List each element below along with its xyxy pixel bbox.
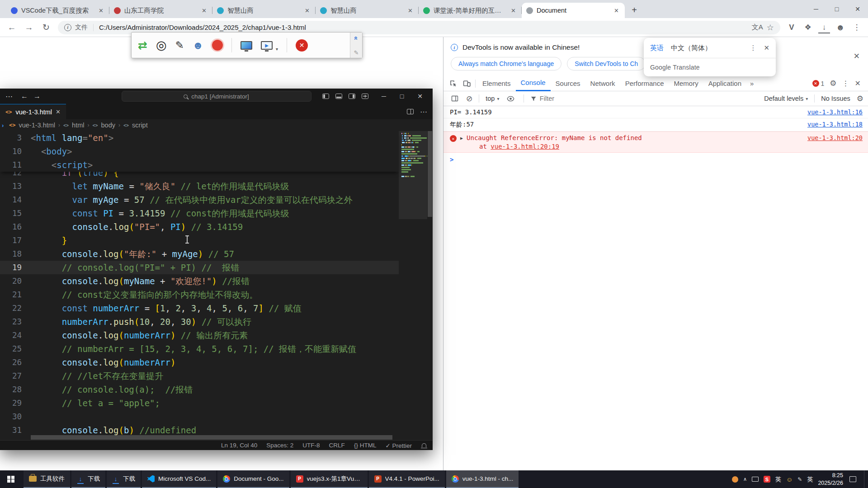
tab-close-icon[interactable]: ✕ — [613, 7, 620, 14]
infobar-close-icon[interactable]: ✕ — [854, 52, 860, 61]
display-icon[interactable] — [752, 477, 759, 482]
chevron-down-icon[interactable]: ▾ — [276, 47, 278, 52]
encoding[interactable]: UTF-8 — [302, 442, 320, 449]
code-line[interactable]: 24 console.log(numberArr) // 输出所有元素 — [0, 328, 399, 342]
show-desktop-button[interactable] — [864, 470, 866, 488]
devtools-settings-icon[interactable]: ⚙ — [830, 79, 836, 88]
live-expression-eye-icon[interactable] — [504, 95, 517, 103]
language-mode[interactable]: {} HTML — [354, 442, 377, 449]
start-button[interactable] — [0, 470, 22, 488]
close-button[interactable]: ✕ — [847, 0, 868, 18]
collapse-icon[interactable]: « — [353, 36, 360, 40]
filter-input[interactable] — [540, 95, 760, 102]
profile-avatar-icon[interactable]: ☻ — [834, 23, 847, 33]
browser-tab[interactable]: Document✕ — [522, 3, 625, 18]
stop-close-button[interactable]: ✕ — [296, 39, 308, 52]
devtools-tab-network[interactable]: Network — [585, 76, 620, 91]
breadcrumb-item[interactable]: vue-1-3.html — [19, 122, 55, 129]
code-line[interactable]: 10 <body> — [0, 145, 399, 158]
source-link[interactable]: vue-1-3.html:16 — [807, 108, 863, 116]
context-selector[interactable]: top ▾ — [486, 95, 499, 102]
maximize-button[interactable]: □ — [826, 0, 847, 18]
devtools-menu-icon[interactable]: ⋮ — [842, 79, 849, 88]
log-levels-selector[interactable]: Default levels ▾ — [764, 95, 808, 102]
translate-options-icon[interactable]: ⋮ — [750, 44, 756, 52]
sogou-input-icon[interactable]: S — [764, 476, 770, 483]
browser-tab[interactable]: VSCode下载_百度搜索✕ — [6, 3, 109, 18]
code-line[interactable]: 16 console.log("PI=", PI) // 3.14159 — [0, 220, 399, 234]
tab-close-icon[interactable]: ✕ — [303, 7, 311, 14]
tray-app-icon[interactable] — [732, 476, 738, 483]
breadcrumb-item[interactable]: script — [132, 122, 148, 129]
code-line[interactable]: 14 var myAge = 57 // 在代码块中使用var定义的变量可以在代… — [0, 193, 399, 206]
source-link[interactable]: vue-1-3.html:18 — [807, 121, 863, 128]
breadcrumb-item[interactable]: html — [72, 122, 84, 129]
indentation[interactable]: Spaces: 2 — [266, 442, 293, 449]
code-editor[interactable]: 12 if (true) {13 let myName = "储久良" // l… — [0, 131, 433, 440]
downloads-icon[interactable]: ↓ — [817, 23, 831, 32]
action-center-icon[interactable] — [849, 476, 856, 482]
taskbar-item[interactable]: ↓下载 — [107, 470, 141, 488]
code-line[interactable]: 23 numberArr.push(10, 20, 30) // 可以执行 — [0, 315, 399, 328]
code-line[interactable]: 20 console.log(myName + "欢迎您!") //报错 — [0, 274, 399, 288]
code-line[interactable]: 3<html lang="en"> — [0, 131, 399, 145]
devtools-tab-application[interactable]: Application — [703, 76, 746, 91]
editor-actions-icon[interactable]: ⋯ — [420, 108, 427, 116]
tab-close-icon[interactable]: ✕ — [97, 7, 105, 14]
reload-icon[interactable]: ↻ — [39, 20, 53, 35]
customize-layout-icon[interactable] — [362, 94, 368, 99]
extensions-icon[interactable]: ❖ — [801, 23, 815, 32]
console-sidebar-icon[interactable] — [448, 95, 462, 102]
code-line[interactable]: 27 // //let不存在变量提升 — [0, 369, 399, 383]
bookmark-star-icon[interactable]: ☆ — [767, 23, 774, 33]
browser-tab[interactable]: 智慧山商✕ — [316, 3, 419, 18]
swap-arrows-icon[interactable]: ⇄ — [138, 40, 147, 51]
taskbar-item[interactable]: vue-1-3.html - ch... — [446, 470, 519, 488]
breadcrumb-item[interactable]: body — [101, 122, 115, 129]
switch-language-button[interactable]: Switch DevTools to Ch — [567, 57, 646, 70]
console-log-row[interactable]: PI= 3.14159vue-1-3.html:16 — [443, 106, 868, 118]
code-line[interactable]: 15 const PI = 3.14159 // const的作用域是代码块级 — [0, 206, 399, 220]
devtools-tab-console[interactable]: Console — [516, 76, 551, 91]
extension-v-icon[interactable]: V — [785, 23, 798, 32]
target-language-tab[interactable]: 中文（简体） — [671, 44, 712, 52]
browser-tab[interactable]: 智慧山商✕ — [212, 3, 316, 18]
vertical-scrollbar[interactable] — [427, 131, 433, 440]
devtools-tab-elements[interactable]: Elements — [477, 76, 516, 91]
console-error-row[interactable]: ✕▶Uncaught ReferenceError: myName is not… — [443, 131, 868, 153]
notification-bell-icon[interactable] — [422, 443, 426, 447]
vscode-minimize-button[interactable]: ─ — [375, 89, 393, 104]
taskbar-item[interactable]: 工具软件 — [24, 470, 70, 488]
console-filter[interactable] — [530, 95, 760, 102]
toggle-panel-icon[interactable] — [335, 94, 342, 99]
editor-tab[interactable]: <> vue-1-3.html ✕ — [0, 104, 66, 119]
code-line[interactable]: 22 const numberArr = [1, 2, 3, 4, 5, 6, … — [0, 301, 399, 315]
console-log-row[interactable]: 年龄:57vue-1-3.html:18 — [443, 118, 868, 131]
code-line[interactable]: 30 — [0, 410, 399, 423]
code-line[interactable]: 21 // const定义变量指向的那个内存地址不得改动。 — [0, 288, 399, 301]
toggle-secondary-sidebar-icon[interactable] — [349, 94, 355, 99]
devtools-tab-sources[interactable]: Sources — [551, 76, 585, 91]
screen-capture-icon[interactable] — [241, 41, 252, 50]
browser-tab[interactable]: 山东工商学院✕ — [109, 3, 212, 18]
code-line[interactable]: 26 console.log(numberArr) — [0, 356, 399, 369]
expand-triangle-icon[interactable]: ▶ — [460, 136, 463, 141]
ime-mode-label[interactable]: 英 — [775, 475, 781, 483]
tab-close-icon[interactable]: ✕ — [56, 108, 61, 115]
minimize-button[interactable]: ─ — [806, 0, 826, 18]
devtools-tab-memory[interactable]: Memory — [669, 76, 703, 91]
taskbar-item[interactable]: Pvuejs3.x-第1章Vue... — [291, 470, 368, 488]
vscode-maximize-button[interactable]: □ — [393, 89, 411, 104]
site-info-icon[interactable]: i — [64, 24, 71, 31]
taskbar-item[interactable]: Microsoft VS Cod... — [142, 470, 216, 488]
record-button[interactable] — [212, 40, 223, 51]
cursor-position[interactable]: Ln 19, Col 40 — [221, 442, 257, 449]
clear-console-icon[interactable]: ⊘ — [466, 94, 472, 103]
inspect-element-icon[interactable] — [446, 80, 460, 87]
horizontal-scrollbar[interactable] — [31, 435, 392, 440]
code-line[interactable]: 19 // console.log("PI=" + PI) // 报错 — [0, 261, 399, 274]
source-link[interactable]: vue-1-3.html:20 — [807, 134, 863, 141]
tab-close-icon[interactable]: ✕ — [406, 7, 414, 14]
source-language-tab[interactable]: 英语 — [650, 44, 664, 52]
device-toolbar-icon[interactable] — [460, 80, 473, 87]
